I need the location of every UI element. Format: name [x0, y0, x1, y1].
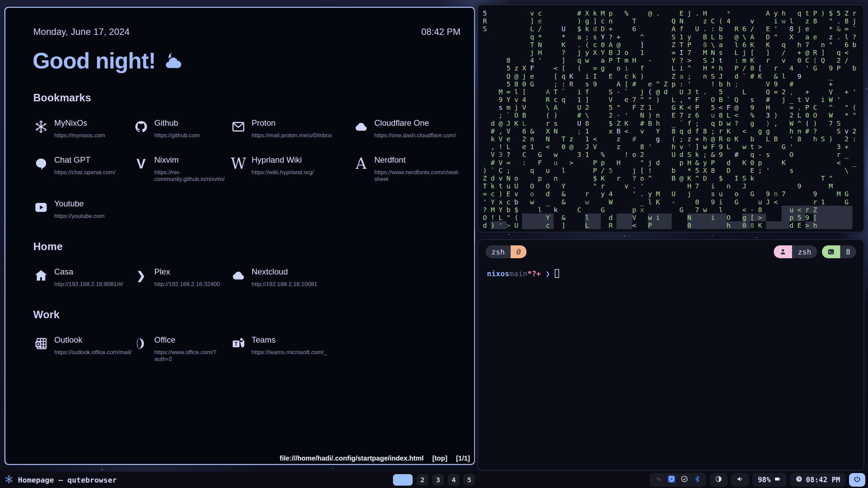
matrix-row: )`C; q u l P/5 j[! b *5X8 D E;' s \ [483, 166, 859, 174]
matrix-row: 5 vc #XkMp % @. Ej.H * Ayh qtP)$5Zr [483, 9, 859, 17]
bookmark-title: Casa [54, 267, 123, 277]
matrix-row: ZdvNo p n $K r ?o^ B@K^D $ ISk T" [483, 174, 859, 182]
office-icon [133, 336, 149, 351]
battery-percent: 98% [758, 476, 771, 484]
night-light-module[interactable] [710, 473, 728, 487]
workspace-label: 3 [436, 476, 440, 484]
speaker-icon [736, 475, 744, 484]
matrix-row: d)'>U c ] L R < P 0 h 08K dE>h [483, 221, 859, 229]
section-title: Home [33, 241, 460, 253]
matrix-row: ,!L e1 < 0@ JV z 8' hv']wF9L wt> G' 3+ [483, 143, 859, 150]
clock-icon [795, 475, 803, 484]
statusbar-scroll-position: [top] [432, 454, 447, 462]
matrix-row: =c)Ev o d & r y4 '.yM U j su o G 9n7 9 M… [483, 190, 859, 198]
statusbar-url: file:///home/hadi/.config/startpage/inde… [280, 454, 424, 462]
bookmark-link-cloudflare-one[interactable]: Cloudflare Onehttps://one.dash.cloudflar… [353, 118, 460, 139]
bookmark-link-youtube[interactable]: Youtubehttps://youtube.com [33, 199, 133, 220]
bookmark-link-office[interactable]: Officehttps://www.office.com/?auth=2 [133, 335, 231, 363]
workspace-2[interactable]: 2 [417, 474, 428, 486]
matrix-row: smjV \A U2 5" FZ1 GK<P 5<F@ 9 H =.PC ^ "… [483, 103, 859, 111]
bookmark-url: https://chat.openai.com/ [54, 169, 116, 176]
bookmark-link-nerdfont[interactable]: ANerdfonthttps://www.nerdfonts.com/cheat… [353, 155, 460, 183]
nix-snowflake-icon [33, 119, 49, 135]
matrix-row: ?MYb$ l k C G px G 7w l <-8 u<rZ [483, 206, 859, 214]
statusbar-tab-counter: [1/1] [456, 454, 470, 462]
bookmark-link-github[interactable]: Githubhttps://github.com [133, 118, 231, 139]
bookmark-link-proton[interactable]: Protonhttps://mail.proton.me/u/0/inbox [231, 118, 353, 139]
shell-prompt[interactable]: nixos main *?+ ❯ [487, 269, 559, 278]
matrix-row: d@JKL rs U8 $ZK #Bh _`f; qDw? g ), W^() … [483, 119, 859, 127]
bookmark-link-hyprland-wiki[interactable]: WHyprland Wikihttps://wiki.hyprland.org/ [231, 155, 353, 183]
bookmark-url: https://github.com [154, 132, 200, 139]
bluetooth-icon[interactable] [694, 475, 701, 484]
workspace-4[interactable]: 4 [448, 474, 459, 486]
bookmark-url: http://192.168.2.16:8081/#/ [54, 281, 123, 288]
user-icon [774, 245, 792, 258]
zellij-tab[interactable]: zsh 0 [486, 245, 527, 258]
volume-module[interactable] [731, 473, 749, 487]
cloud-icon [231, 268, 246, 283]
moon-cloud-icon [162, 52, 183, 69]
bookmark-link-chat-gpt[interactable]: Chat GPThttps://chat.openai.com/ [33, 155, 133, 183]
wikipedia-icon: W [231, 156, 246, 171]
shield-icon[interactable] [668, 475, 675, 484]
system-tray [650, 473, 706, 487]
bookmark-link-casa[interactable]: Casahttp://192.168.2.16:8081/#/ [33, 267, 133, 288]
vim-icon: V [133, 156, 149, 171]
window-title-module: Homepage — qutebrowser [5, 475, 117, 485]
bookmark-url: https://www.nerdfonts.com/cheat-sheet [374, 169, 460, 183]
matrix-rain-output: 5 vc #XkMp % @. Ej.H * Ayh qtP)$5ZrR ]e … [478, 5, 864, 233]
bookmark-link-mynixos[interactable]: MyNixOshttps://mynixos.com [33, 118, 133, 139]
bookmark-link-plex[interactable]: ❯Plexhttp://192.168.2.16:32400 [133, 267, 231, 288]
matrix-row: #V= : F u > Pp H "jd pH&yP d K0p K < _ [483, 159, 859, 166]
bookmark-link-nextcloud[interactable]: Nextcloudhttp://192.168.2.16:10081 [231, 267, 353, 288]
bookmark-url: https://outlook.office.com/mail/ [54, 349, 132, 356]
bookmark-url: http://192.168.2.16:10081 [252, 281, 317, 288]
power-button[interactable] [849, 473, 865, 487]
youtube-icon [33, 200, 49, 215]
matrix-row: 9Yv4 Rcq 1] V e7^") L,"F OB`Q s # j_tV i… [483, 96, 859, 103]
prompt-git-branch: main [509, 269, 527, 278]
workspace-label: 5 [467, 476, 471, 484]
battery-charging-icon [774, 475, 781, 484]
matrix-terminal-window: 5 vc #XkMp % @. Ej.H * Ayh qtP)$5ZrR ]e … [477, 4, 864, 232]
clock-time: 08:42 PM [806, 476, 840, 484]
bookmark-title: Hyprland Wiki [252, 155, 314, 165]
tab-index: 0 [511, 245, 527, 258]
moon-icon [715, 475, 722, 484]
matrix-row: V3? C G w 31 % !o2 UdSk;&9 # q-s O r_ [483, 150, 859, 158]
bookmark-link-nixvim[interactable]: VNixvimhttps://nix-community.github.io/n… [133, 155, 231, 183]
bookmark-title: Youtube [54, 199, 104, 208]
section-home: HomeCasahttp://192.168.2.16:8081/#/❯Plex… [33, 241, 460, 288]
battery-module[interactable]: 98% [752, 473, 787, 487]
kdeconnect-icon[interactable] [655, 475, 662, 484]
bar-right-modules: 98% 08:42 PM [650, 473, 865, 487]
terminal-cursor [555, 269, 559, 278]
chevron-icon: ❯ [133, 268, 149, 283]
workspace-1[interactable]: 1 [393, 474, 413, 486]
bookmark-link-outlook[interactable]: Outlookhttps://outlook.office.com/mail/ [33, 335, 133, 363]
bookmark-url: https://mail.proton.me/u/0/inbox [252, 132, 332, 139]
bookmark-link-teams[interactable]: TTeamshttps://teams.microsoft.com/_ [231, 335, 353, 363]
workspace-5[interactable]: 5 [463, 474, 475, 486]
matrix-row: ;`OB () #\ 2-' N)n E7z6 u8L< % 3) 2L0O W… [483, 111, 859, 119]
matrix-row: TN K .(c0A@ ] ZTP 8\a l6K K q h7 n" 6b [483, 41, 859, 48]
matrix-row: 5zXF <[ ( =g oi f Li^ H*h P/8[ r 4 'G 9P… [483, 64, 859, 72]
matrix-row: 580G ;:R s9 A[# e^Zp:' !bh; V9 # + [483, 80, 859, 88]
status-pill-8[interactable]: 8 [822, 245, 856, 258]
bookmark-title: Chat GPT [54, 155, 116, 165]
status-right: zsh8 [774, 245, 856, 258]
workspace-label: 2 [420, 476, 425, 484]
qutebrowser-window: Monday, June 17, 2024 08:42 PM Good nigh… [4, 7, 475, 465]
section-bookmarks: BookmarksMyNixOshttps://mynixos.comGithu… [33, 92, 460, 220]
clock-module[interactable]: 08:42 PM [790, 473, 846, 487]
teams-icon: T [231, 336, 246, 351]
section-title: Bookmarks [33, 92, 460, 104]
status-pill-zsh[interactable]: zsh [774, 245, 817, 258]
status-pill-label: zsh [792, 245, 817, 258]
startpage-date: Monday, June 17, 2024 [33, 27, 130, 37]
bookmark-url: https://mynixos.com [54, 132, 105, 139]
check-circle-icon[interactable] [681, 475, 688, 484]
workspace-3[interactable]: 3 [432, 474, 444, 486]
prompt-host: nixos [487, 269, 509, 278]
